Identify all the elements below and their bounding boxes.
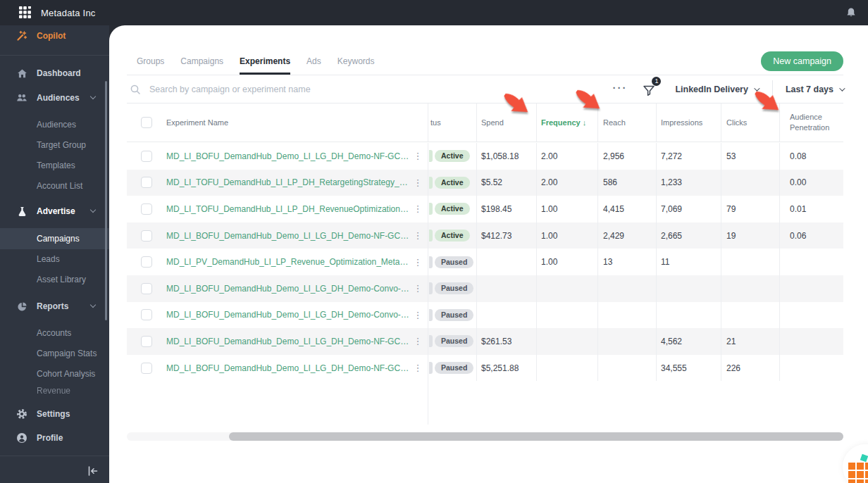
row-checkbox[interactable] <box>141 151 152 162</box>
table-row[interactable]: MD_LI_BOFU_DemandHub_Demo_LI_LG_DH_Demo-… <box>127 275 843 302</box>
sidebar-item-label: Reports <box>37 301 68 311</box>
table-body: MD_LI_BOFU_DemandHub_Demo_LI_LG_DH_Demo-… <box>127 143 843 381</box>
column-header-audience-penetration[interactable]: Audience Penetration <box>779 104 843 142</box>
frequency-value <box>536 302 597 329</box>
experiment-name-link[interactable]: MD_LI_BOFU_DemandHub_Demo_LI_LG_DH_Demo-… <box>166 363 412 373</box>
row-checkbox[interactable] <box>141 336 152 347</box>
column-header-status[interactable]: tus <box>428 104 476 142</box>
tab-ads[interactable]: Ads <box>306 51 321 75</box>
audience-penetration-value <box>779 249 843 275</box>
select-all-checkbox[interactable] <box>141 117 152 128</box>
column-header-reach[interactable]: Reach <box>597 104 656 142</box>
sidebar-subitem-leads[interactable]: Leads <box>0 249 109 269</box>
row-checkbox[interactable] <box>141 230 152 242</box>
sidebar-item-advertise[interactable]: Advertise <box>0 201 109 221</box>
filter-funnel-icon[interactable]: 1 <box>643 82 658 97</box>
table-row[interactable]: MD_LI_TOFU_DemandHub_LI_LP_DH_RevenueOpt… <box>127 196 843 222</box>
notifications-bell-icon[interactable] <box>845 7 857 18</box>
chevron-down-icon <box>90 302 96 308</box>
experiment-name-link[interactable]: MD_LI_BOFU_DemandHub_Demo_LI_LG_DH_Demo-… <box>166 231 412 241</box>
sidebar-subitem-target-group[interactable]: Target Group <box>0 135 109 155</box>
frequency-value: 1.00 <box>536 196 597 222</box>
status-pill-fragment <box>429 309 433 321</box>
experiment-name-link[interactable]: MD_LI_TOFU_DemandHub_LI_LP_DH_Retargetin… <box>166 177 412 187</box>
experiment-name-link[interactable]: MD_LI_BOFU_DemandHub_Demo_LI_LG_DH_Demo-… <box>166 151 412 161</box>
delivery-dropdown[interactable]: LinkedIn Delivery <box>675 84 758 94</box>
experiment-name-link[interactable]: MD_LI_TOFU_DemandHub_LI_LP_DH_RevenueOpt… <box>166 204 412 214</box>
frequency-value: 1.00 <box>536 249 597 275</box>
table-row[interactable]: MD_LI_BOFU_DemandHub_Demo_LI_LG_DH_Demo-… <box>127 222 843 249</box>
collapse-sidebar-icon[interactable] <box>87 465 99 477</box>
status-badge: Active <box>435 177 470 189</box>
tab-groups[interactable]: Groups <box>137 51 164 75</box>
impressions-value: 1,233 <box>656 170 721 196</box>
status-pill-fragment <box>429 230 433 242</box>
sidebar-subitem-templates[interactable]: Templates <box>0 156 109 175</box>
sidebar-subitem-cohort-analysis[interactable]: Cohort Analysis <box>0 364 109 384</box>
horizontal-scrollbar-thumb[interactable] <box>229 432 843 441</box>
tab-keywords[interactable]: Keywords <box>337 51 375 75</box>
table-row[interactable]: MD_LI_BOFU_DemandHub_Demo_LI_LG_DH_Demo-… <box>127 143 843 170</box>
metadata-teal-square-icon <box>860 454 868 463</box>
sidebar-item-reports[interactable]: Reports <box>0 296 109 316</box>
status-badge: Paused <box>435 256 473 268</box>
sidebar-item-settings[interactable]: Settings <box>0 404 109 424</box>
experiment-name-link[interactable]: MD_LI_BOFU_DemandHub_Demo_LI_LG_DH_Demo-… <box>166 284 412 294</box>
row-menu-kebab-icon[interactable]: ⋮ <box>412 310 423 320</box>
row-checkbox[interactable] <box>141 256 152 268</box>
sidebar-subitem-campaigns[interactable]: Campaigns <box>0 229 109 249</box>
sidebar-subitem-accounts[interactable]: Accounts <box>0 323 109 343</box>
clicks-value: 19 <box>721 222 779 249</box>
sidebar-item-copilot[interactable]: Copilot <box>0 26 109 46</box>
row-checkbox[interactable] <box>141 203 152 215</box>
new-campaign-button[interactable]: New campaign <box>761 51 843 71</box>
sidebar-subitem-audiences[interactable]: Audiences <box>0 115 109 134</box>
sidebar-item-audiences[interactable]: Audiences <box>0 88 109 108</box>
sidebar-item-profile[interactable]: Profile <box>0 428 109 448</box>
more-options-icon[interactable]: ··· <box>612 82 627 96</box>
search-input[interactable] <box>149 84 375 94</box>
table-row[interactable]: MD_LI_BOFU_DemandHub_Demo_LI_LG_DH_Demo-… <box>127 328 843 355</box>
chevron-down-icon <box>90 207 96 213</box>
row-menu-kebab-icon[interactable]: ⋮ <box>412 203 423 214</box>
audience-penetration-value <box>779 275 843 302</box>
brand-name: Metadata Inc <box>41 8 96 18</box>
sidebar-subitem-account-list[interactable]: Account List <box>0 176 109 196</box>
table-row[interactable]: MD_LI_PV_DemandHub_LI_LP_Revenue_Optimiz… <box>127 249 843 275</box>
sidebar-subitem-revenue[interactable]: Revenue <box>0 386 109 395</box>
experiment-name-link[interactable]: MD_LI_PV_DemandHub_LI_LP_Revenue_Optimiz… <box>166 257 412 267</box>
tab-experiments[interactable]: Experiments <box>240 51 290 75</box>
row-menu-kebab-icon[interactable]: ⋮ <box>412 177 423 188</box>
row-menu-kebab-icon[interactable]: ⋮ <box>412 363 423 373</box>
experiment-name-link[interactable]: MD_LI_BOFU_DemandHub_Demo_LI_LG_DH_Demo-… <box>166 337 412 346</box>
table-row[interactable]: MD_LI_BOFU_DemandHub_Demo_LI_LG_DH_Demo-… <box>127 302 843 329</box>
sidebar-scrollbar[interactable] <box>105 81 107 320</box>
sidebar-item-dashboard[interactable]: Dashboard <box>0 63 109 83</box>
spend-value: $1,058.18 <box>476 143 536 170</box>
reach-value <box>597 328 656 355</box>
experiment-name-link[interactable]: MD_LI_BOFU_DemandHub_Demo_LI_LG_DH_Demo-… <box>166 310 412 320</box>
row-checkbox[interactable] <box>141 309 152 320</box>
sidebar-subitem-asset-library[interactable]: Asset Library <box>0 270 109 289</box>
row-menu-kebab-icon[interactable]: ⋮ <box>412 257 423 268</box>
table-row[interactable]: MD_LI_TOFU_DemandHub_LI_LP_DH_Retargetin… <box>127 170 843 196</box>
toolbar-controls: ··· 1 LinkedIn Delivery Last 7 days <box>612 80 843 99</box>
impressions-value: 7,272 <box>656 143 721 170</box>
tab-campaigns[interactable]: Campaigns <box>180 51 223 75</box>
row-menu-kebab-icon[interactable]: ⋮ <box>412 336 423 346</box>
row-menu-kebab-icon[interactable]: ⋮ <box>412 151 423 161</box>
column-header-experiment-name[interactable]: Experiment Name <box>152 104 428 142</box>
row-menu-kebab-icon[interactable]: ⋮ <box>412 230 423 241</box>
row-menu-kebab-icon[interactable]: ⋮ <box>412 283 423 294</box>
impressions-value: 2,665 <box>656 222 721 249</box>
horizontal-scrollbar-track[interactable] <box>127 432 843 441</box>
row-checkbox[interactable] <box>141 363 152 374</box>
row-checkbox[interactable] <box>141 177 152 188</box>
sidebar-item-label: Audiences <box>37 93 80 103</box>
column-header-impressions[interactable]: Impressions <box>656 104 721 142</box>
table-row[interactable]: MD_LI_BOFU_DemandHub_Demo_LI_LG_DH_Demo-… <box>127 355 843 382</box>
row-checkbox[interactable] <box>141 283 152 294</box>
sidebar-subitem-campaign-stats[interactable]: Campaign Stats <box>0 344 109 363</box>
date-range-dropdown[interactable]: Last 7 days <box>786 84 843 94</box>
audience-penetration-value <box>779 328 843 355</box>
